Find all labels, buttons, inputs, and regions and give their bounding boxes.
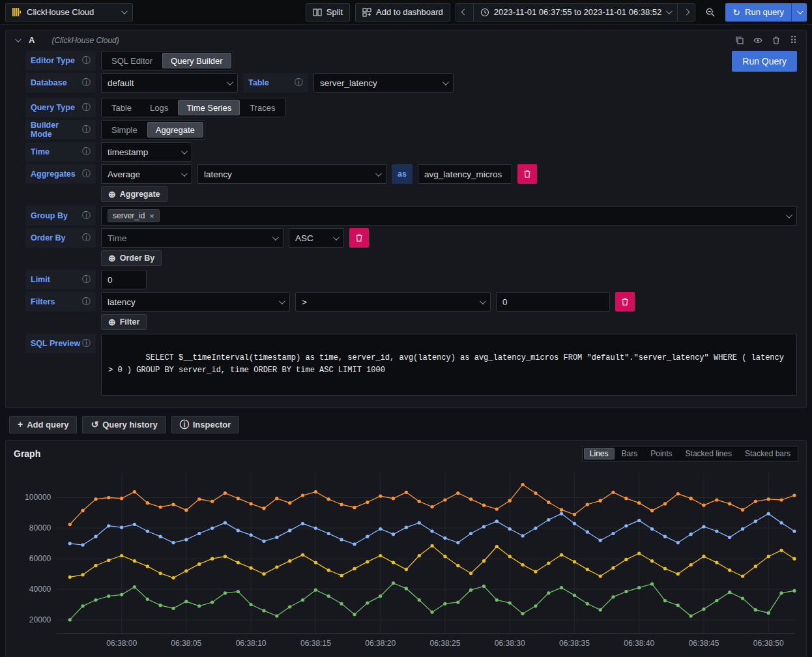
info-icon: ⓘ: [180, 420, 189, 429]
duplicate-query-button[interactable]: [735, 36, 744, 45]
group-by-select[interactable]: server_id ×: [101, 206, 797, 226]
filter-field-value: latency: [108, 297, 136, 307]
time-range-button[interactable]: 2023-11-01 06:37:55 to 2023-11-01 06:38:…: [473, 3, 678, 22]
refresh-icon: ↻: [732, 8, 740, 17]
chevron-right-icon: [683, 9, 689, 16]
table-select[interactable]: server_latency: [313, 73, 454, 93]
inspector-button[interactable]: ⓘ Inspector: [171, 416, 240, 433]
remove-tag-icon[interactable]: ×: [149, 212, 154, 220]
limit-label: Limit: [31, 275, 50, 284]
run-query-dropdown-button[interactable]: [791, 3, 807, 22]
top-toolbar: ClickHouse Cloud Split Add to dashboard: [0, 0, 812, 25]
history-icon: ↺: [91, 420, 98, 429]
aggregate-function-value: Average: [108, 169, 140, 179]
order-by-direction-select[interactable]: ASC: [289, 228, 344, 248]
trash-icon: [620, 297, 630, 306]
svg-text:06:38:05: 06:38:05: [171, 639, 201, 648]
graph-mode-points[interactable]: Points: [645, 448, 678, 460]
add-filter-button[interactable]: ⊕ Filter: [101, 314, 147, 330]
chevron-down-icon: [279, 298, 285, 304]
label-builder-mode: Builder Mode ⓘ: [25, 120, 96, 139]
chart-legend: avg_latency_micros aavg_latency_micros b…: [6, 654, 806, 657]
remove-query-button[interactable]: [772, 36, 781, 45]
aggregate-column-select[interactable]: latency: [197, 164, 386, 184]
datasource-picker[interactable]: ClickHouse Cloud: [5, 3, 133, 22]
zoom-out-icon: [706, 8, 715, 17]
run-query-editor-button[interactable]: Run Query: [732, 51, 797, 72]
svg-text:06:38:25: 06:38:25: [429, 639, 460, 648]
zoom-out-button[interactable]: [701, 3, 720, 22]
query-type-option-table[interactable]: Table: [103, 100, 140, 115]
query-type-option-logs[interactable]: Logs: [141, 100, 177, 115]
query-history-label: Query history: [102, 420, 158, 430]
graph-mode-lines[interactable]: Lines: [584, 448, 615, 460]
query-type-toggle: Table Logs Time Series Traces: [101, 98, 285, 117]
eye-icon: [753, 36, 762, 45]
time-shift-back-button[interactable]: [456, 3, 474, 22]
svg-text:100000: 100000: [25, 493, 51, 502]
builder-mode-option-simple[interactable]: Simple: [103, 122, 146, 138]
chevron-down-icon: [181, 148, 188, 154]
database-select[interactable]: default: [101, 73, 238, 93]
aggregate-column-value: latency: [204, 169, 232, 179]
info-icon: ⓘ: [82, 102, 91, 113]
filter-value: 0: [502, 297, 508, 307]
svg-text:20000: 20000: [29, 615, 51, 624]
time-picker-group: 2023-11-01 06:37:55 to 2023-11-01 06:38:…: [456, 3, 696, 22]
query-type-label: Query Type: [31, 103, 75, 112]
time-range-label: 2023-11-01 06:37:55 to 2023-11-01 06:38:…: [494, 7, 662, 17]
info-icon: ⓘ: [82, 338, 91, 349]
graph-mode-stacked-bars[interactable]: Stacked bars: [739, 448, 796, 460]
query-type-option-traces[interactable]: Traces: [241, 100, 283, 115]
graph-mode-bars[interactable]: Bars: [616, 448, 644, 460]
query-type-option-time-series[interactable]: Time Series: [178, 100, 240, 115]
hide-response-button[interactable]: [753, 36, 762, 45]
filter-operator-value: >: [302, 297, 307, 307]
svg-text:60000: 60000: [29, 554, 51, 563]
builder-mode-option-aggregate[interactable]: Aggregate: [147, 122, 203, 138]
graph-mode-toggle: Lines Bars Points Stacked lines Stacked …: [582, 446, 798, 461]
label-time: Time ⓘ: [25, 142, 96, 162]
editor-type-option-sql-editor[interactable]: SQL Editor: [103, 53, 161, 68]
graph-mode-stacked-lines[interactable]: Stacked lines: [680, 448, 738, 460]
add-to-dashboard-button[interactable]: Add to dashboard: [355, 3, 450, 22]
add-order-by-button[interactable]: ⊕ Order By: [101, 250, 162, 266]
svg-text:06:38:35: 06:38:35: [559, 639, 590, 648]
filter-value-input[interactable]: 0: [496, 292, 610, 312]
svg-text:06:38:45: 06:38:45: [689, 639, 719, 648]
svg-text:06:38:20: 06:38:20: [365, 639, 396, 648]
aggregates-label: Aggregates: [31, 169, 76, 179]
info-icon: ⓘ: [82, 55, 91, 66]
database-label: Database: [31, 78, 67, 87]
collapse-query-icon[interactable]: [15, 36, 22, 42]
chevron-down-icon: [666, 8, 673, 14]
order-by-field-select[interactable]: Time: [101, 228, 283, 248]
add-query-button[interactable]: + Add query: [9, 416, 77, 433]
filter-field-select[interactable]: latency: [101, 292, 290, 312]
editor-type-option-query-builder[interactable]: Query Builder: [162, 53, 231, 68]
circle-plus-icon: ⊕: [108, 317, 116, 327]
clickhouse-logo-icon: [12, 7, 22, 17]
chevron-down-icon: [375, 170, 382, 177]
drag-handle-icon[interactable]: ⠿: [790, 35, 797, 45]
time-shift-forward-button[interactable]: [677, 3, 695, 22]
info-icon: ⓘ: [82, 274, 91, 285]
add-aggregate-button[interactable]: ⊕ Aggregate: [101, 186, 167, 202]
graph-header: Graph Lines Bars Points Stacked lines St…: [6, 441, 806, 463]
remove-order-by-button[interactable]: [349, 228, 369, 248]
time-column-select[interactable]: timestamp: [101, 142, 192, 162]
chevron-down-icon: [480, 298, 486, 304]
remove-aggregate-button[interactable]: [517, 164, 537, 184]
filter-operator-select[interactable]: >: [295, 292, 491, 312]
time-series-chart[interactable]: 2000040000600008000010000006:38:0006:38:…: [11, 464, 801, 654]
group-by-label: Group By: [31, 211, 68, 220]
split-button[interactable]: Split: [306, 3, 350, 22]
run-query-button[interactable]: ↻ Run query: [725, 3, 791, 22]
limit-input[interactable]: 0: [101, 270, 147, 289]
label-database: Database ⓘ: [25, 73, 96, 93]
aggregate-function-select[interactable]: Average: [101, 164, 192, 184]
time-label: Time: [31, 147, 50, 156]
query-history-button[interactable]: ↺ Query history: [82, 416, 166, 433]
remove-filter-button[interactable]: [615, 292, 635, 312]
aggregate-alias-input[interactable]: avg_latency_micros: [418, 164, 512, 184]
